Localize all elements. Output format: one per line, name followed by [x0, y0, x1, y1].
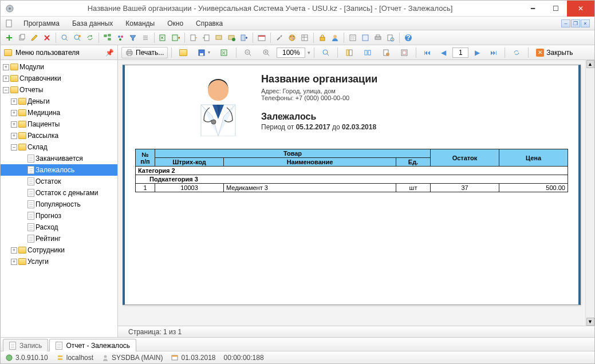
- prev-page-icon[interactable]: ◀: [437, 47, 450, 58]
- tree-expense[interactable]: Расход: [1, 221, 117, 233]
- tree-icon[interactable]: [103, 33, 113, 43]
- tab-report[interactable]: Отчет - Залежалось: [49, 339, 136, 351]
- pin-icon[interactable]: 📌: [105, 49, 114, 57]
- grid-icon[interactable]: [348, 33, 358, 43]
- zoom-out-icon[interactable]: [240, 47, 256, 58]
- user-icon[interactable]: [330, 33, 340, 43]
- group-icon[interactable]: [115, 33, 125, 43]
- excel-in-icon[interactable]: [158, 33, 168, 43]
- tree-employees[interactable]: +Сотрудники: [1, 244, 117, 256]
- exit-icon[interactable]: [239, 33, 249, 43]
- menu-window[interactable]: Окно: [165, 18, 186, 29]
- report-page: Название организации Адрес: Город, улица…: [123, 65, 581, 305]
- tree-popularity[interactable]: Популярность: [1, 199, 117, 210]
- lock-icon[interactable]: [317, 33, 328, 43]
- tree-warehouse[interactable]: –Склад: [1, 141, 117, 153]
- restore-icon[interactable]: [226, 33, 237, 43]
- svg-rect-29: [320, 37, 325, 41]
- grid2-icon[interactable]: [360, 33, 371, 43]
- maximize-button[interactable]: ☐: [544, 1, 567, 17]
- tab-record[interactable]: Запись: [3, 339, 48, 351]
- tree-forecast[interactable]: Прогноз: [1, 210, 117, 221]
- mdi-minimize[interactable]: –: [561, 19, 570, 27]
- tree-panel-icon[interactable]: [341, 47, 357, 58]
- viewer-scroll[interactable]: Название организации Адрес: Город, улица…: [118, 60, 585, 326]
- tree-mailing[interactable]: +Рассылка: [1, 130, 117, 141]
- help-icon[interactable]: ?: [403, 33, 413, 43]
- globe-icon: [5, 354, 13, 362]
- svg-point-58: [211, 120, 216, 124]
- report-toolbar: Печать... ▾ 100% ▾ ⏮ ◀ 1 ▶ ⏭: [118, 45, 594, 60]
- menu-commands[interactable]: Команды: [123, 18, 157, 29]
- edit-icon[interactable]: [29, 33, 40, 43]
- close-button[interactable]: ✕: [567, 1, 594, 17]
- status-time: 00:00:00:188: [224, 354, 264, 362]
- zoom-field[interactable]: 100%: [277, 48, 305, 58]
- copy-icon[interactable]: [17, 33, 27, 43]
- tree-patients[interactable]: +Пациенты: [1, 118, 117, 130]
- search-ext-icon[interactable]: [72, 33, 82, 43]
- close-report-button[interactable]: ✕ Закрыть: [532, 47, 577, 58]
- vertical-scrollbar[interactable]: ▲ ▼: [585, 60, 594, 326]
- layout-icon[interactable]: [300, 33, 310, 43]
- menu-database[interactable]: База данных: [70, 18, 115, 29]
- next-page-icon[interactable]: ▶: [471, 47, 484, 58]
- tree-services[interactable]: +Услуги: [1, 256, 117, 267]
- col-name: Наименование: [224, 158, 396, 167]
- margins-icon[interactable]: [396, 47, 412, 58]
- col-product: Товар: [155, 149, 431, 158]
- mdi-restore[interactable]: ❐: [571, 19, 580, 27]
- export-excel-icon[interactable]: [216, 47, 233, 58]
- tools-icon[interactable]: [274, 33, 285, 43]
- page-status: Страница: 1 из 1: [128, 328, 182, 336]
- mdi-close[interactable]: ×: [581, 19, 590, 27]
- page-field[interactable]: 1: [452, 48, 468, 58]
- scroll-down-icon[interactable]: ▼: [586, 318, 594, 326]
- menu-program[interactable]: Программа: [21, 18, 62, 29]
- save-icon[interactable]: ▾: [194, 47, 214, 58]
- print-button[interactable]: Печать...: [121, 47, 168, 58]
- refresh-report-icon[interactable]: [509, 47, 525, 58]
- tree-balance[interactable]: Остаток: [1, 176, 117, 187]
- tree-money[interactable]: +Деньги: [1, 96, 117, 107]
- export-icon[interactable]: [188, 33, 199, 43]
- filter-icon[interactable]: [128, 33, 138, 43]
- zoom-in-icon[interactable]: [258, 47, 274, 58]
- mdi-buttons: – ❐ ×: [561, 19, 590, 27]
- thumbs-icon[interactable]: [360, 47, 376, 58]
- tree-stale[interactable]: Залежалось: [1, 164, 117, 176]
- delete-icon[interactable]: [42, 33, 52, 43]
- tree[interactable]: +Модули +Справочники –Отчеты +Деньги +Ме…: [1, 60, 117, 337]
- palette-icon[interactable]: [287, 33, 297, 43]
- last-page-icon[interactable]: ⏭: [486, 47, 501, 58]
- tree-refs[interactable]: +Справочники: [1, 73, 117, 84]
- menu-help[interactable]: Справка: [194, 18, 225, 29]
- tree-balance-money[interactable]: Остаток с деньгами: [1, 187, 117, 199]
- excel-out-icon[interactable]: [171, 33, 181, 43]
- tree-runs-out[interactable]: Заканчивается: [1, 153, 117, 164]
- window-title: Название Вашей организации - Универсальн…: [19, 4, 521, 13]
- svg-point-6: [74, 35, 79, 39]
- first-page-icon[interactable]: ⏮: [420, 47, 435, 58]
- scroll-up-icon[interactable]: ▲: [586, 60, 594, 68]
- tree-reports[interactable]: –Отчеты: [1, 84, 117, 96]
- print-icon[interactable]: [373, 33, 383, 43]
- calendar-icon[interactable]: [257, 33, 267, 43]
- tree-rating[interactable]: Рейтинг: [1, 233, 117, 244]
- backup-icon[interactable]: [214, 33, 224, 43]
- page-setup-icon[interactable]: [378, 47, 394, 58]
- refresh-icon[interactable]: [85, 33, 95, 43]
- search-report-icon[interactable]: [318, 47, 334, 58]
- printer-icon: [125, 49, 133, 57]
- minimize-button[interactable]: ━: [521, 1, 544, 17]
- user-menu-label: Меню пользователя: [15, 49, 80, 57]
- viewer: Название организации Адрес: Город, улица…: [118, 60, 594, 326]
- tree-modules[interactable]: +Модули: [1, 61, 117, 73]
- list-icon[interactable]: [140, 33, 151, 43]
- add-icon[interactable]: [4, 33, 14, 43]
- preview-icon[interactable]: [385, 33, 396, 43]
- tree-medicine[interactable]: +Медицина: [1, 107, 117, 118]
- import-icon[interactable]: [201, 33, 211, 43]
- open-icon[interactable]: [175, 47, 191, 58]
- search-icon[interactable]: [60, 33, 70, 43]
